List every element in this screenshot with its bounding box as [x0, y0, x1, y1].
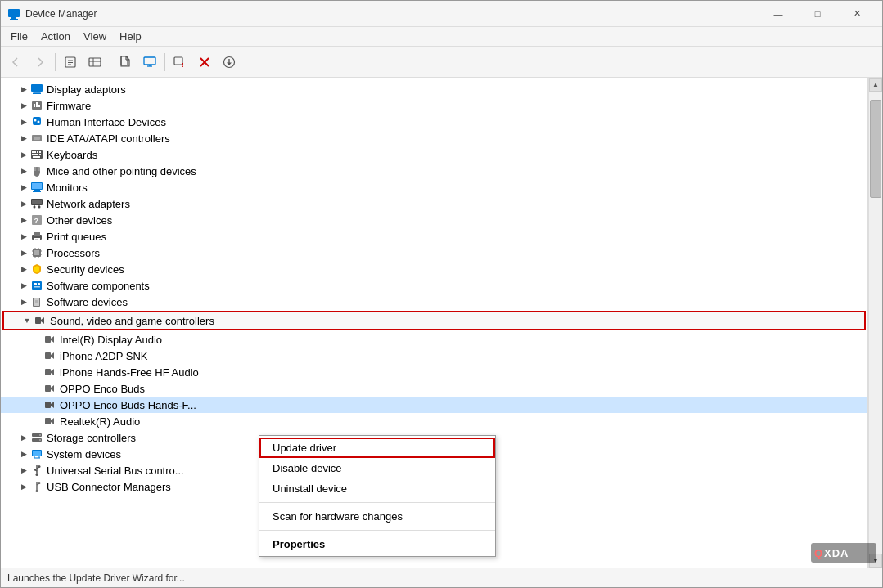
expand-ide[interactable]: ▶: [17, 132, 30, 145]
expand-print[interactable]: ▶: [17, 230, 30, 243]
monitor-button[interactable]: [138, 51, 161, 74]
icon-realtek: [43, 415, 56, 428]
label-software-components: Software components: [47, 280, 150, 292]
icon-print: [30, 230, 43, 243]
properties-button[interactable]: [59, 51, 82, 74]
label-iphone-a2dp: iPhone A2DP SNK: [60, 350, 147, 362]
tree-item-realtek[interactable]: ▶ Realtek(R) Audio: [1, 413, 867, 429]
svg-rect-73: [32, 281, 42, 290]
back-button[interactable]: [4, 51, 27, 74]
svg-rect-23: [34, 92, 40, 93]
label-firmware: Firmware: [47, 100, 91, 112]
tree-item-software-components[interactable]: ▶ Software components: [1, 277, 867, 294]
tree-item-security[interactable]: ▶ Security devices: [1, 261, 867, 277]
icon-hid: [30, 115, 43, 128]
icon-usb-connector: [30, 480, 43, 493]
expand-hid[interactable]: ▶: [17, 115, 30, 128]
ctx-properties[interactable]: Properties: [259, 534, 495, 554]
menu-bar: File Action View Help: [1, 27, 882, 47]
icon-processors: [30, 246, 43, 259]
tree-item-software-devices[interactable]: ▶ Software devices: [1, 294, 867, 310]
expand-storage[interactable]: ▶: [17, 431, 30, 444]
expand-mice[interactable]: ▶: [17, 164, 30, 177]
expand-sound-video[interactable]: ▼: [20, 314, 34, 327]
expand-software-components[interactable]: ▶: [17, 279, 30, 292]
label-mice: Mice and other pointing devices: [47, 165, 196, 177]
tree-item-processors[interactable]: ▶ Processors: [1, 245, 867, 261]
tree-item-intel-display-audio[interactable]: ▶ Intel(R) Display Audio: [1, 331, 867, 348]
tree-item-sound-video[interactable]: ▼ Sound, video and game controllers: [2, 311, 866, 330]
svg-marker-84: [51, 336, 54, 343]
tree-item-mice[interactable]: ▶ Mice and other pointing devices: [1, 163, 867, 179]
svg-rect-28: [38, 105, 40, 107]
scroll-up-button[interactable]: ▲: [869, 78, 882, 92]
svg-rect-75: [38, 283, 40, 285]
expand-usb[interactable]: ▶: [17, 464, 30, 477]
expand-system[interactable]: ▶: [17, 447, 30, 460]
tree-item-oppo-enco-buds[interactable]: ▶ OPPO Enco Buds: [1, 380, 867, 397]
tree-scrollbar[interactable]: ▲ ▼: [868, 78, 882, 568]
scroll-thumb[interactable]: [870, 100, 881, 198]
menu-action[interactable]: Action: [34, 29, 77, 44]
tree-item-print[interactable]: ▶ Print queues: [1, 228, 867, 245]
tree-item-other[interactable]: ▶ ? Other devices: [1, 212, 867, 228]
svg-rect-39: [32, 154, 34, 155]
tree-item-hid[interactable]: ▶ Human Interface Devices: [1, 114, 867, 130]
expand-security[interactable]: ▶: [17, 263, 30, 276]
svg-rect-0: [8, 9, 20, 17]
svg-rect-42: [33, 156, 40, 158]
icon-software-devices: [30, 295, 43, 308]
menu-help[interactable]: Help: [113, 29, 148, 44]
new-button[interactable]: [114, 51, 137, 74]
update-button[interactable]: [218, 51, 241, 74]
svg-rect-45: [38, 167, 41, 171]
icon-usb: [30, 464, 43, 477]
expand-network[interactable]: ▶: [17, 197, 30, 210]
maximize-button[interactable]: □: [799, 1, 836, 27]
expand-firmware[interactable]: ▶: [17, 99, 30, 112]
tree-item-monitors[interactable]: ▶ Monitors: [1, 179, 867, 195]
menu-view[interactable]: View: [77, 29, 113, 44]
details-button[interactable]: [83, 51, 106, 74]
forward-button[interactable]: [29, 51, 52, 74]
icon-storage: [30, 431, 43, 444]
ctx-uninstall-device[interactable]: Uninstall device: [259, 478, 495, 499]
status-bar: Launches the Update Driver Wizard for...: [1, 568, 882, 587]
tree-item-ide[interactable]: ▶ IDE ATA/ATAPI controllers: [1, 130, 867, 146]
tree-item-firmware[interactable]: ▶ Firmware: [1, 97, 867, 114]
tree-item-display-adaptors[interactable]: ▶ Display adaptors: [1, 81, 867, 97]
menu-file[interactable]: File: [4, 29, 34, 44]
ctx-update-driver[interactable]: Update driver: [259, 438, 495, 458]
tree-item-oppo-enco-handsfree[interactable]: ▶ OPPO Enco Buds Hands-F...: [1, 397, 867, 413]
ctx-disable-device[interactable]: Disable device: [259, 458, 495, 478]
svg-rect-44: [34, 167, 37, 171]
svg-rect-100: [33, 451, 41, 456]
tree-item-keyboards[interactable]: ▶ Keyboards: [1, 146, 867, 163]
expand-keyboards[interactable]: ▶: [17, 148, 30, 161]
svg-rect-36: [34, 151, 36, 153]
close-button[interactable]: ✕: [838, 1, 876, 27]
remove-button[interactable]: [193, 51, 216, 74]
svg-rect-7: [89, 58, 101, 66]
minimize-button[interactable]: —: [759, 1, 797, 27]
svg-rect-37: [37, 151, 38, 153]
label-usb-connector: USB Connector Managers: [47, 481, 171, 493]
icon-intel-display-audio: [43, 333, 56, 346]
svg-rect-35: [32, 151, 34, 153]
scroll-track[interactable]: [869, 92, 882, 554]
ctx-scan-hardware[interactable]: Scan for hardware changes: [259, 506, 495, 527]
expand-processors[interactable]: ▶: [17, 246, 30, 259]
svg-point-113: [36, 490, 38, 492]
icon-ide: [30, 132, 43, 145]
tree-item-iphone-a2dp[interactable]: ▶ iPhone A2DP SNK: [1, 348, 867, 364]
expand-display-adaptors[interactable]: ▶: [17, 83, 30, 96]
expand-other[interactable]: ▶: [17, 213, 30, 227]
expand-usb-connector[interactable]: ▶: [17, 480, 30, 493]
svg-rect-1: [11, 17, 16, 19]
expand-software-devices[interactable]: ▶: [17, 295, 30, 308]
svg-rect-13: [144, 57, 155, 65]
add-button[interactable]: !: [169, 51, 191, 74]
expand-monitors[interactable]: ▶: [17, 181, 30, 194]
tree-item-network[interactable]: ▶ Network adapters: [1, 195, 867, 212]
tree-item-iphone-handsfree[interactable]: ▶ iPhone Hands-Free HF Audio: [1, 364, 867, 380]
